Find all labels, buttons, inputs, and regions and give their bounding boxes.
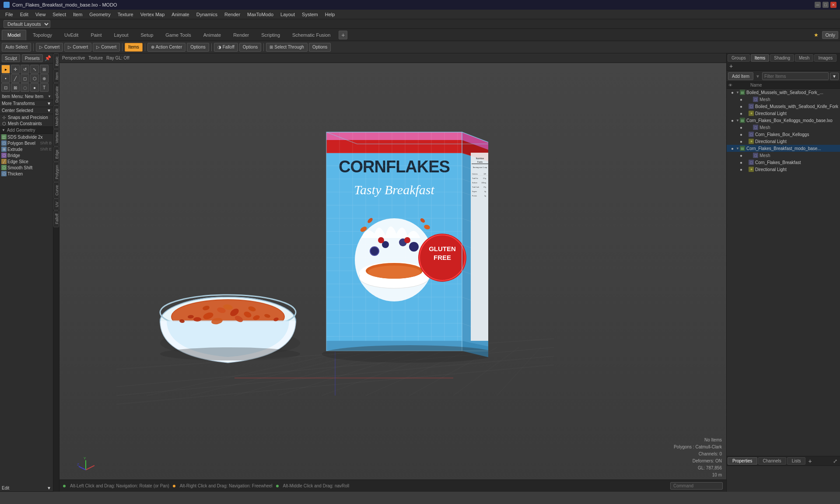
item-boiled-mussels-root[interactable]: ● ▼ ▤ Boiled_Mussels_with_Seafood_Fork_.… [727,89,840,96]
viewport-ray-label[interactable]: Ray GL: Off [106,56,130,60]
item-light-3c[interactable]: ● ☀ Directional Light [727,166,840,173]
item-cornflakes-box-root[interactable]: ● ▼ ▤ Corn_Flakes_Box_Kelloggs_modo_base… [727,117,840,124]
vtab-uv[interactable]: UV [53,199,59,210]
vtab-mesh-edit[interactable]: Mesh Edit [53,105,59,129]
maximize-button[interactable]: □ [822,2,829,8]
expand-3[interactable]: ▼ [735,146,740,150]
menu-maxtomodo[interactable]: MaxToModo [244,11,277,18]
only-button[interactable]: Only [822,31,838,39]
visibility-toggle-1[interactable]: ● [729,89,735,95]
select-through-button[interactable]: ⊞ Select Through [266,43,308,52]
visibility-toggle-2b[interactable]: ● [738,131,744,137]
convert-button-3[interactable]: ▷ Convert [93,43,120,52]
text-icon[interactable]: T [40,83,49,92]
menu-view[interactable]: View [32,11,49,18]
rpanel-tab-groups[interactable]: Groups [728,54,750,62]
item-menu-arrow[interactable]: ▼ [48,94,51,98]
tool-edge-slice[interactable]: ╱ Edge Slice [0,158,53,164]
item-light-2c[interactable]: ● ☀ Directional Light [727,138,840,145]
bpanel-tab-channels[interactable]: Channels [758,457,786,465]
filter-options-button[interactable]: ▼ [830,73,839,80]
menu-edit[interactable]: Edit [17,11,32,18]
visibility-toggle-1c[interactable]: ● [738,110,744,116]
pivot-icon[interactable]: ⊕ [40,74,49,83]
tool-smooth-shift[interactable]: ⬡ Smooth Shift [0,164,53,171]
add-geometry-header[interactable]: ▼ Add Geometry [0,126,53,134]
menu-layout[interactable]: Layout [277,11,298,18]
visibility-toggle-1b[interactable]: ● [738,103,744,109]
tab-topology[interactable]: Topology [27,30,58,40]
vtab-falloff[interactable]: Falloff [53,210,59,227]
menu-animate[interactable]: Animate [168,11,192,18]
mesh-constraints-row[interactable]: ⬡ Mesh Constraints [0,120,53,126]
bpanel-tab-add[interactable]: + [806,458,813,465]
menu-file[interactable]: File [2,11,17,18]
tab-layout[interactable]: Layout [108,30,134,40]
menu-select[interactable]: Select [49,11,70,18]
menu-geometry[interactable]: Geometry [86,11,114,18]
rotate-icon[interactable]: ↺ [21,65,29,74]
tab-paint[interactable]: Paint [85,30,107,40]
visibility-toggle-3[interactable]: ● [729,145,735,151]
expand-1c[interactable] [744,111,749,116]
vertex-mode-icon[interactable]: • [1,74,10,83]
vtab-polygon[interactable]: Polygon [53,162,59,182]
vtab-edge[interactable]: Edge [53,147,59,162]
expand-2c[interactable] [744,139,749,144]
bpanel-expand[interactable]: ⤢ [831,458,839,464]
tab-scripting[interactable]: Scripting [256,30,286,40]
visibility-toggle-1a[interactable]: ● [738,96,744,102]
tab-model[interactable]: Model [2,30,26,40]
visibility-toggle-2[interactable]: ● [729,117,735,123]
menu-help[interactable]: Help [322,11,339,18]
expand-1[interactable]: ▼ [735,90,740,94]
add-tab-button[interactable]: + [339,31,347,39]
visibility-toggle-2a[interactable]: ● [738,124,744,130]
scale-icon[interactable]: ⤡ [30,65,39,74]
minimize-button[interactable]: ─ [815,2,821,8]
filter-items-input[interactable] [762,72,829,80]
falloff-button[interactable]: ◑ Falloff [214,43,238,52]
item-light-1[interactable]: ● ☀ Directional Light [727,110,840,117]
menu-system[interactable]: System [298,11,322,18]
presets-button[interactable]: Presets [22,54,43,62]
expand-2[interactable]: ▼ [735,118,740,122]
tool-sds-subdivide[interactable]: ◫ SDS Subdivide 2x [0,134,53,140]
visibility-toggle-3c[interactable]: ● [738,166,744,172]
options-button-2[interactable]: Options [239,43,261,52]
convert-button-1[interactable]: ▷ Convert [36,43,63,52]
item-mesh-1[interactable]: ● ◻ Mesh [727,96,840,103]
deselect-icon[interactable]: ⊠ [11,83,20,92]
rpanel-tab-items[interactable]: Items [751,54,769,62]
auto-select-button[interactable]: Auto Select [2,43,31,52]
tool-thicken[interactable]: ⬡ Thicken [0,171,53,177]
edge-mode-icon[interactable]: ╱ [11,74,20,83]
menu-texture[interactable]: Texture [114,11,137,18]
menu-render[interactable]: Render [221,11,244,18]
3d-viewport[interactable]: Perspective Texture Ray GL: Off ⊡ 📷 ◻ ⚙ … [60,53,726,492]
command-input[interactable] [670,482,723,490]
tab-schematic-fusion[interactable]: Schematic Fusion [287,30,336,40]
select-mode-icon[interactable]: ▸ [1,65,10,74]
rpanel-tab-mesh[interactable]: Mesh [795,54,813,62]
layout-dropdown[interactable]: Default Layouts [4,20,50,28]
snaps-precision-row[interactable]: ⊹ Snaps and Precision [0,114,53,120]
visibility-toggle-3b[interactable]: ● [738,159,744,165]
close-button[interactable]: ✕ [830,2,836,8]
panel-pin-icon[interactable]: 📌 [45,55,51,61]
item-corn-flakes-box-kelloggs[interactable]: ● ◻ Corn_Flakes_Box_Kelloggs [727,131,840,138]
vtab-duplicate[interactable]: Duplicate [53,83,59,106]
star-button[interactable]: ★ [814,32,819,38]
tool-bridge[interactable]: ⬡ Bridge [0,152,53,158]
item-mesh-2a[interactable]: ● ◻ Mesh [727,124,840,131]
unhide-icon[interactable]: ● [30,83,39,92]
expand-3b[interactable] [744,160,749,164]
item-mode-icon[interactable]: ⬡ [30,74,39,83]
expand-2b[interactable] [744,132,749,136]
transform-icon[interactable]: ⊞ [40,65,49,74]
rpanel-tab-add[interactable]: + [728,63,735,70]
edit-dropdown[interactable]: Edit ▼ [0,485,53,492]
vtab-curve[interactable]: Curve [53,182,59,199]
options-button-3[interactable]: Options [309,43,331,52]
menu-dynamics[interactable]: Dynamics [193,11,221,18]
